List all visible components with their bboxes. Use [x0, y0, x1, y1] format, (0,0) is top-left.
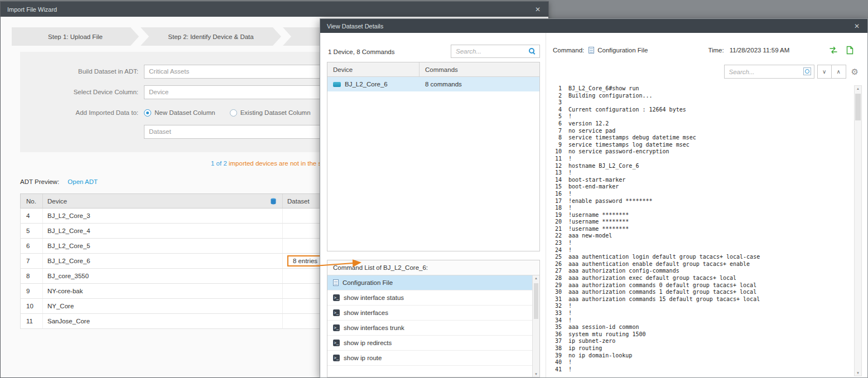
code-line: 39 no ip domain-lookup: [552, 352, 851, 360]
line-text: !: [568, 169, 572, 177]
adt-preview-row: ADT Preview: Open ADT: [20, 178, 98, 185]
details-right-pane: Command: Configuration File Time: 11/28/…: [546, 33, 867, 377]
command-list-scrollbar[interactable]: [532, 275, 539, 377]
details-close-icon[interactable]: ✕: [853, 22, 861, 30]
code-line: 36 system mtu routing 1500: [552, 331, 851, 338]
line-number: 20: [552, 219, 562, 226]
line-number: 38: [552, 345, 562, 352]
device-name: BJ_L2_Core_6: [345, 81, 388, 88]
warning-count: 1 of 2: [211, 160, 229, 167]
line-number: 33: [552, 310, 562, 317]
command-list-item[interactable]: show interface status: [327, 290, 539, 306]
command-label: show interfaces: [344, 309, 388, 316]
command-list: Configuration File show interface status…: [327, 275, 539, 377]
command-label: show interfaces trunk: [344, 324, 404, 331]
line-text: no service pad: [568, 128, 615, 135]
find-in-page-icon[interactable]: [803, 67, 811, 75]
compare-icon[interactable]: [829, 46, 838, 55]
line-number: 21: [552, 226, 562, 233]
row-number: 11: [21, 314, 43, 328]
code-line: 19 !username ********: [552, 212, 851, 219]
command-label: show interface status: [344, 294, 404, 301]
line-text: aaa session-id common: [568, 324, 639, 331]
code-line: 25 aaa authentication login default grou…: [552, 254, 851, 261]
radio-existing-dataset-column[interactable]: [230, 109, 237, 117]
command-list-item[interactable]: Configuration File: [327, 275, 539, 290]
code-line: 21 !username ********: [552, 226, 851, 233]
device-icon: [333, 82, 341, 87]
code-search-input[interactable]: [725, 65, 814, 78]
command-list-item[interactable]: show ip route: [327, 351, 539, 366]
search-icon[interactable]: [529, 48, 534, 54]
line-number: 10: [552, 148, 562, 156]
scrollbar-thumb[interactable]: [534, 283, 538, 319]
line-number: 12: [552, 163, 562, 170]
chevron-down-icon: ∨: [822, 69, 826, 75]
build-dataset-label: Build Dataset in ADT:: [20, 68, 138, 75]
build-dataset-input[interactable]: Critical Assets: [144, 65, 330, 79]
code-line: 18 !: [552, 205, 851, 212]
command-value: Configuration File: [597, 47, 648, 54]
radio-new-dataset-column[interactable]: [144, 109, 151, 117]
command-list-item[interactable]: show interfaces: [327, 306, 539, 321]
radio-new-dataset-column-label: New Dataset Column: [155, 109, 215, 116]
code-line: 17 !enable password ********: [552, 198, 851, 205]
device-search-input[interactable]: [451, 45, 539, 57]
code-line: 32 !: [552, 303, 851, 310]
command-list-item[interactable]: show ip redirects: [327, 336, 539, 351]
line-text: service timestamps log datetime msec: [568, 142, 689, 149]
line-text: aaa authorization exec default group tac…: [568, 275, 736, 282]
time-label: Time:: [708, 47, 724, 54]
line-text: BJ_L2_Core_6#show run: [568, 85, 639, 93]
tab-step-1-upload-file[interactable]: Step 1: Upload File: [12, 27, 139, 46]
details-title: View Dataset Details: [327, 23, 853, 30]
line-text: !: [568, 359, 572, 366]
find-next-button[interactable]: ∨: [817, 65, 832, 79]
dataset-entries-badge[interactable]: 8 entries: [287, 255, 323, 266]
line-text: !: [568, 303, 572, 310]
line-text: boot-start-marker: [568, 177, 625, 184]
line-number: 1: [552, 85, 562, 93]
code-line: 4 Current configuration : 12664 bytes: [552, 106, 851, 114]
code-line: 33 !: [552, 310, 851, 317]
tab-step-2-identify-device-data[interactable]: Step 2: Identify Device & Data: [141, 27, 281, 46]
wizard-close-icon[interactable]: ✕: [534, 6, 542, 13]
chevron-up-icon: ∧: [836, 69, 840, 75]
row-device-name: BJ_L2_Core_6: [43, 254, 283, 268]
gear-icon[interactable]: ⚙: [851, 67, 859, 76]
find-previous-button[interactable]: ∧: [832, 65, 846, 79]
line-number: 31: [552, 296, 562, 303]
line-text: !: [568, 191, 572, 198]
line-text: !: [568, 366, 572, 374]
scrollbar-thumb[interactable]: [855, 94, 861, 120]
line-number: 8: [552, 134, 562, 142]
code-line: 22 aaa new-model: [552, 232, 851, 240]
command-label: Configuration File: [343, 279, 393, 286]
device-table-header: Device Commands: [327, 62, 539, 77]
line-text: !: [568, 205, 572, 212]
configuration-code-view[interactable]: 1 BJ_L2_Core_6#show run 2 Building confi…: [552, 85, 851, 377]
line-text: aaa authorization commands 0 default gro…: [568, 282, 756, 289]
row-number: 8: [21, 269, 43, 283]
line-text: !: [568, 247, 572, 254]
command-list-item[interactable]: show interfaces trunk: [327, 321, 539, 336]
command-icon: [333, 355, 340, 361]
row-device-name: NY-core-bak: [43, 284, 283, 298]
line-text: aaa authentication enable default group …: [568, 261, 750, 268]
code-line: 27 aaa authorization config-commands: [552, 268, 851, 275]
code-line: 31 aaa authorization commands 15 default…: [552, 296, 851, 303]
code-scrollbar[interactable]: [854, 85, 862, 376]
dataset-name-input[interactable]: Dataset: [144, 125, 330, 139]
command-label: Command:: [553, 47, 584, 54]
line-number: 28: [552, 275, 562, 282]
open-adt-link[interactable]: Open ADT: [67, 178, 98, 185]
device-row[interactable]: BJ_L2_Core_6 8 commands: [327, 77, 539, 91]
code-line: 20 !username ********: [552, 219, 851, 226]
code-line: 10 no service password-encryption: [552, 148, 851, 156]
line-number: 4: [552, 106, 562, 114]
code-line: 26 aaa authentication enable default gro…: [552, 261, 851, 268]
dataset-name-value: Dataset: [149, 128, 171, 135]
export-file-icon[interactable]: [846, 46, 854, 55]
device-column-input[interactable]: Device: [144, 85, 330, 99]
line-number: 5: [552, 113, 562, 120]
